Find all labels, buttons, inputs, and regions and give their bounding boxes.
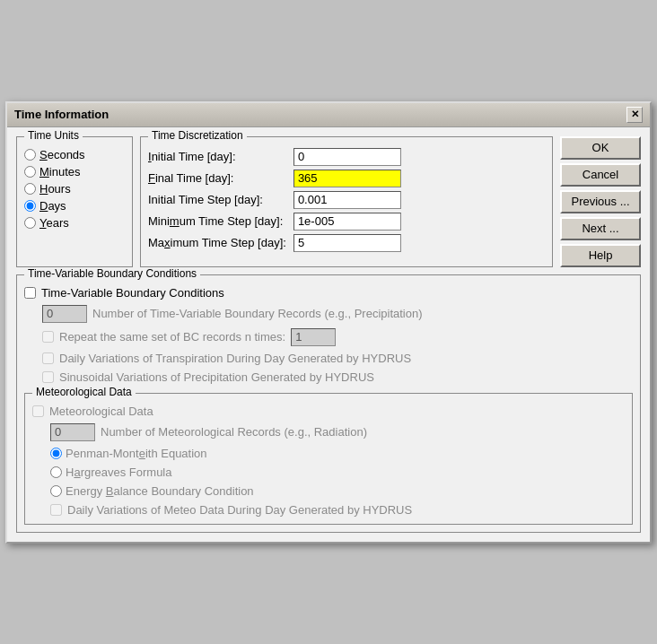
final-time-input[interactable]: [293, 170, 401, 187]
sinusoidal-checkbox[interactable]: [42, 371, 54, 383]
meteo-records-input[interactable]: [50, 423, 95, 441]
num-records-row: Number of Time-Variable Boundary Records…: [42, 305, 633, 323]
tvbc-main-checkbox-item[interactable]: Time-Variable Boundary Conditions: [24, 286, 633, 300]
time-disc-fields: Initial Time [day]: Final Time [day]: In…: [148, 148, 545, 252]
hargreaves-radio[interactable]: [50, 466, 62, 478]
dialog: Time Information ✕ Time Units Seconds Mi…: [5, 101, 652, 544]
max-step-input[interactable]: [293, 234, 401, 252]
meteo-records-row: Number of Meteorological Records (e.g., …: [50, 423, 625, 441]
time-disc-legend: Time Discretization: [148, 129, 247, 142]
energy-label: Energy Balance Boundary Condition: [66, 484, 254, 498]
min-step-input[interactable]: [293, 213, 401, 231]
num-records-input[interactable]: [42, 305, 87, 323]
energy-radio-item[interactable]: Energy Balance Boundary Condition: [50, 484, 625, 498]
radio-years[interactable]: Years: [24, 216, 125, 230]
meteo-main-label: Meteorological Data: [49, 405, 153, 418]
meteo-group: Meteorological Data Meteorological Data …: [24, 393, 633, 525]
energy-radio[interactable]: [50, 485, 62, 497]
daily-meteo-label: Daily Variations of Meteo Data During Da…: [67, 503, 412, 517]
daily-meteo-item[interactable]: Daily Variations of Meteo Data During Da…: [50, 503, 625, 517]
dialog-body: Time Units Seconds Minutes Hours: [7, 127, 650, 542]
days-label: Days: [39, 199, 66, 213]
penman-radio-item[interactable]: Penman-Monteith Equation: [50, 447, 625, 460]
meteo-main-checkbox-item[interactable]: Meteorological Data: [32, 405, 625, 418]
max-step-label: Maximum Time Step [day]:: [148, 236, 286, 249]
daily-transpiration-checkbox[interactable]: [42, 352, 54, 364]
time-units-radio-group: Seconds Minutes Hours Days: [24, 148, 125, 230]
time-discretization-group: Time Discretization Initial Time [day]: …: [140, 136, 553, 267]
previous-button[interactable]: Previous ...: [560, 190, 641, 213]
buttons-column: OK Cancel Previous ... Next ... Help: [560, 136, 641, 267]
sinusoidal-item[interactable]: Sinusoidal Variations of Precipitation G…: [42, 370, 633, 384]
hours-label: Hours: [39, 182, 71, 196]
tvbc-content: Time-Variable Boundary Conditions Number…: [24, 286, 633, 525]
tvbc-main-label: Time-Variable Boundary Conditions: [41, 286, 224, 300]
top-row: Time Units Seconds Minutes Hours: [16, 136, 641, 267]
radio-hours[interactable]: Hours: [24, 182, 125, 196]
close-button[interactable]: ✕: [626, 107, 643, 123]
initial-step-input[interactable]: [293, 191, 401, 209]
meteo-content: Meteorological Data Number of Meteorolog…: [32, 405, 625, 517]
initial-time-label: Initial Time [day]:: [148, 150, 286, 163]
hargreaves-label: Hargreaves Formula: [66, 466, 172, 479]
meteo-main-checkbox[interactable]: [32, 405, 44, 417]
next-button[interactable]: Next ...: [560, 217, 641, 240]
years-label: Years: [39, 216, 69, 230]
tvbc-group: Time-Variable Boundary Conditions Time-V…: [16, 274, 641, 533]
repeat-checkbox-item[interactable]: Repeat the same set of BC records n time…: [42, 328, 633, 346]
radio-minutes[interactable]: Minutes: [24, 165, 125, 178]
initial-time-input[interactable]: [293, 148, 401, 166]
repeat-label: Repeat the same set of BC records n time…: [59, 330, 285, 344]
sinusoidal-label: Sinusoidal Variations of Precipitation G…: [59, 370, 374, 384]
initial-step-label: Initial Time Step [day]:: [148, 193, 286, 206]
time-units-legend: Time Units: [24, 129, 83, 142]
title-bar: Time Information ✕: [7, 103, 650, 127]
daily-transpiration-label: Daily Variations of Transpiration During…: [59, 352, 411, 365]
min-step-label: Minimum Time Step [day]:: [148, 214, 286, 228]
repeat-value-input[interactable]: [291, 328, 336, 346]
meteo-legend: Meteorological Data: [32, 386, 136, 398]
seconds-label: Seconds: [39, 148, 85, 161]
minutes-label: Minutes: [39, 165, 81, 178]
tvbc-main-checkbox[interactable]: [24, 287, 36, 299]
help-button[interactable]: Help: [560, 244, 641, 267]
penman-label: Penman-Monteith Equation: [66, 447, 207, 460]
dialog-title: Time Information: [14, 108, 109, 121]
daily-transpiration-item[interactable]: Daily Variations of Transpiration During…: [42, 352, 633, 365]
penman-radio[interactable]: [50, 448, 62, 459]
ok-button[interactable]: OK: [560, 136, 641, 160]
repeat-checkbox[interactable]: [42, 331, 54, 343]
radio-seconds[interactable]: Seconds: [24, 148, 125, 161]
daily-meteo-checkbox[interactable]: [50, 504, 62, 516]
time-units-group: Time Units Seconds Minutes Hours: [16, 136, 133, 267]
num-records-label: Number of Time-Variable Boundary Records…: [92, 307, 423, 320]
meteo-records-label: Number of Meteorological Records (e.g., …: [101, 425, 367, 439]
hargreaves-radio-item[interactable]: Hargreaves Formula: [50, 466, 625, 479]
final-time-label: Final Time [day]:: [148, 171, 286, 185]
tvbc-legend: Time-Variable Boundary Conditions: [24, 267, 200, 280]
radio-days[interactable]: Days: [24, 199, 125, 213]
cancel-button[interactable]: Cancel: [560, 163, 641, 187]
